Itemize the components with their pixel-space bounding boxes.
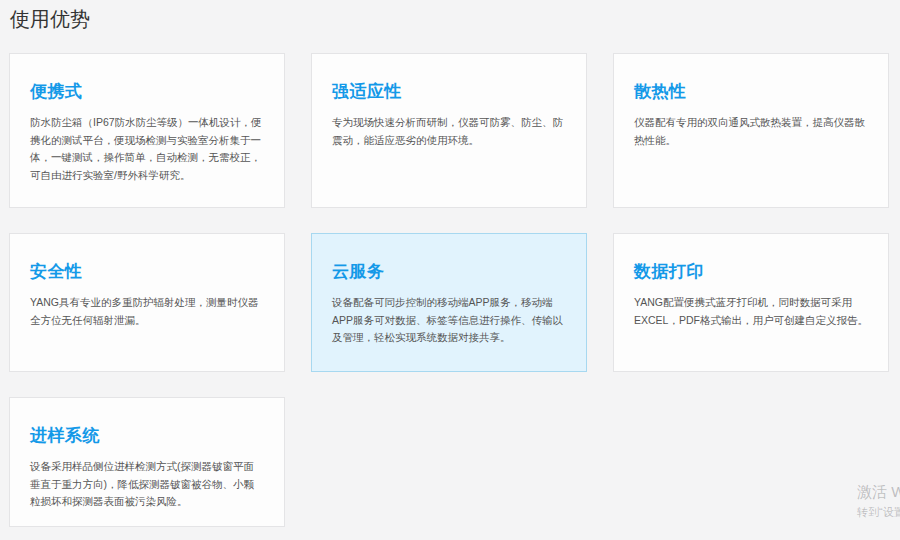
card-title: 云服务 [332, 263, 566, 280]
windows-activation-watermark: 激活 Windows 转到“设置”以激活 Windows。 [857, 484, 900, 518]
card-title: 数据打印 [634, 263, 868, 280]
card-title: 安全性 [30, 263, 264, 280]
card-description: 仪器配有专用的双向通风式散热装置，提高仪器散热性能。 [634, 114, 868, 149]
card-description: YANG配置便携式蓝牙打印机，同时数据可采用EXCEL，PDF格式输出，用户可创… [634, 294, 868, 329]
card-description: 设备采用样品侧位进样检测方式(探测器铍窗平面垂直于重力方向)，降低探测器铍窗被谷… [30, 458, 264, 511]
card-description: 设备配备可同步控制的移动端APP服务，移动端APP服务可对数据、标签等信息进行操… [332, 294, 566, 347]
card-title: 进样系统 [30, 427, 264, 444]
card-title: 便携式 [30, 83, 264, 100]
feature-card-cloud-service-highlighted[interactable]: 云服务 设备配备可同步控制的移动端APP服务，移动端APP服务可对数据、标签等信… [311, 233, 587, 372]
feature-card-data-printing[interactable]: 数据打印 YANG配置便携式蓝牙打印机，同时数据可采用EXCEL，PDF格式输出… [613, 233, 889, 372]
page-title: 使用优势 [10, 9, 90, 29]
feature-card-sampling-system[interactable]: 进样系统 设备采用样品侧位进样检测方式(探测器铍窗平面垂直于重力方向)，降低探测… [9, 397, 285, 527]
feature-card-portable[interactable]: 便携式 防水防尘箱（IP67防水防尘等级）一体机设计，便携化的测试平台，便现场检… [9, 53, 285, 208]
card-description: 防水防尘箱（IP67防水防尘等级）一体机设计，便携化的测试平台，便现场检测与实验… [30, 114, 264, 184]
watermark-activate-text: 激活 Windows [857, 484, 900, 501]
card-title: 强适应性 [332, 83, 566, 100]
feature-card-heat-dissipation[interactable]: 散热性 仪器配有专用的双向通风式散热装置，提高仪器散热性能。 [613, 53, 889, 208]
card-description: YANG具有专业的多重防护辐射处理，测量时仪器全方位无任何辐射泄漏。 [30, 294, 264, 329]
feature-card-safety[interactable]: 安全性 YANG具有专业的多重防护辐射处理，测量时仪器全方位无任何辐射泄漏。 [9, 233, 285, 372]
card-title: 散热性 [634, 83, 868, 100]
feature-card-adaptability[interactable]: 强适应性 专为现场快速分析而研制，仪器可防雾、防尘、防震动，能适应恶劣的使用环境… [311, 53, 587, 208]
watermark-settings-text: 转到“设置”以激活 Windows。 [857, 506, 900, 518]
feature-card-grid: 便携式 防水防尘箱（IP67防水防尘等级）一体机设计，便携化的测试平台，便现场检… [9, 53, 889, 527]
card-description: 专为现场快速分析而研制，仪器可防雾、防尘、防震动，能适应恶劣的使用环境。 [332, 114, 566, 149]
